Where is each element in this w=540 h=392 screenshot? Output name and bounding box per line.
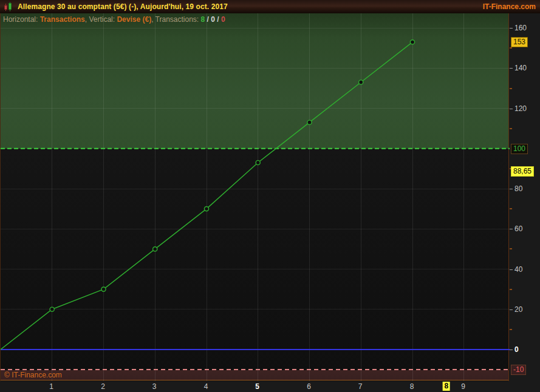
y-axis-tick — [510, 68, 513, 69]
y-axis-minor-tick — [510, 47, 512, 49]
y-axis-tick — [510, 309, 513, 310]
x-axis[interactable]: 1234567898 — [0, 381, 540, 392]
info-segment-label: Vertical: — [89, 15, 117, 24]
y-axis-minor-tick — [510, 128, 512, 129]
candlestick-icon — [3, 2, 14, 12]
chart-window: Allemagne 30 au comptant (5€) (-), Aujou… — [0, 0, 540, 392]
x-axis-tick-label: 4 — [204, 382, 208, 391]
instrument-title: Allemagne 30 au comptant (5€) (-), Aujou… — [18, 2, 228, 11]
y-axis-minor-tick — [510, 248, 512, 249]
data-point — [204, 207, 208, 211]
info-segment-loss: 0 — [221, 15, 225, 24]
x-axis-tick-label: 3 — [152, 382, 157, 391]
equity-chart — [1, 13, 510, 381]
data-point — [50, 307, 54, 311]
threshold-value-label: 100 — [511, 144, 528, 154]
y-axis-tick-label: 160 — [514, 24, 527, 32]
cursor-y-label: 88,65 — [511, 166, 534, 177]
y-axis-minor-tick — [510, 329, 512, 330]
y-axis-minor-tick — [510, 88, 512, 89]
y-axis[interactable]: 160140120100806040200-1015388,65 — [510, 13, 540, 381]
data-point — [307, 120, 312, 124]
x-axis-tick-label: 1 — [49, 382, 53, 391]
info-segment-label: Horizontal: — [3, 15, 40, 24]
y-axis-tick — [510, 109, 513, 109]
stop-value-label: -10 — [511, 365, 526, 375]
info-segment-value: Transactions — [40, 15, 85, 24]
data-point — [256, 160, 260, 164]
data-point — [359, 80, 363, 84]
y-axis-tick — [510, 229, 513, 229]
info-segment-value: Devise (€) — [117, 15, 151, 24]
x-axis-tick-label: 6 — [307, 382, 311, 391]
cursor-x-label: 8 — [442, 382, 450, 391]
x-axis-tick-label: 7 — [358, 382, 363, 391]
y-axis-tick — [510, 269, 513, 270]
y-axis-tick-label: 140 — [514, 64, 527, 72]
info-segment-sep: / — [205, 15, 211, 24]
info-segment-sep: / — [215, 15, 221, 24]
y-axis-tick — [510, 189, 513, 189]
brand-link[interactable]: IT-Finance.com — [483, 2, 536, 11]
title-bar: Allemagne 30 au comptant (5€) (-), Aujou… — [0, 0, 540, 13]
x-axis-tick-label: 9 — [461, 382, 465, 391]
y-axis-tick-label: 20 — [514, 305, 522, 314]
y-axis-tick-label: 60 — [514, 225, 522, 233]
x-axis-tick-label: 2 — [101, 382, 105, 391]
last-value-label: 153 — [511, 37, 528, 47]
y-axis-tick — [510, 350, 513, 350]
y-axis-tick-label: 120 — [514, 104, 527, 113]
plot-area[interactable]: © IT-Finance.com Horizontal: Transaction… — [0, 13, 509, 381]
y-axis-minor-tick — [510, 289, 512, 290]
y-axis-tick — [510, 28, 513, 29]
y-axis-tick-label: 40 — [514, 265, 522, 274]
x-axis-tick-label: 5 — [255, 382, 259, 391]
info-bar: Horizontal: Transactions, Vertical: Devi… — [3, 15, 225, 24]
x-axis-tick-label: 8 — [410, 382, 414, 391]
info-segment-label: Transactions: — [156, 15, 201, 24]
y-axis-tick-label: 0 — [514, 345, 519, 354]
y-axis-tick-label: 80 — [514, 184, 522, 193]
data-point — [153, 247, 157, 251]
data-point — [101, 287, 106, 291]
info-segment-neutral: 0 — [211, 15, 215, 24]
data-point — [410, 40, 414, 44]
y-axis-minor-tick — [510, 208, 512, 209]
